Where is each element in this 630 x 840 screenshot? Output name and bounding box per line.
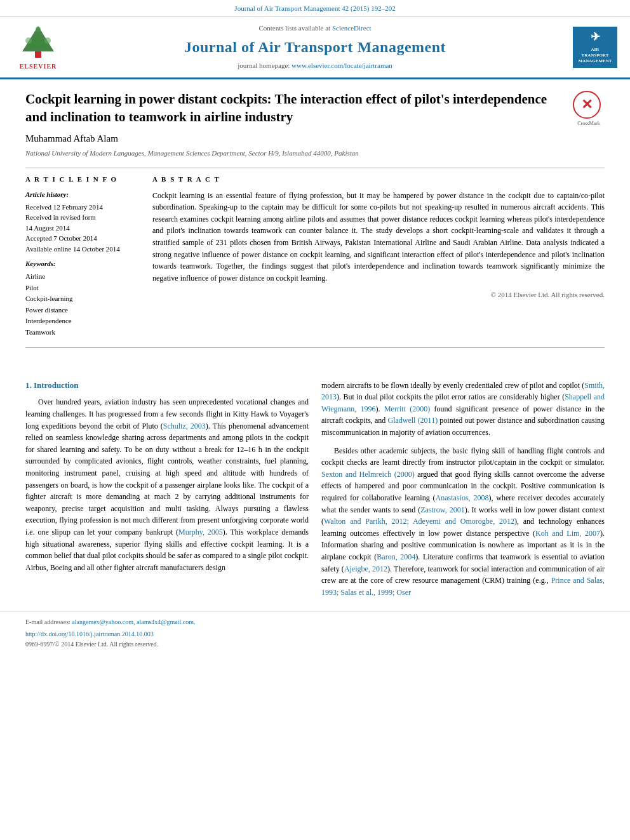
ref-merritt: Merritt (2000) bbox=[384, 404, 430, 413]
homepage-line: journal homepage: www.elsevier.com/locat… bbox=[70, 61, 560, 71]
accepted-date: Accepted 7 October 2014 bbox=[25, 233, 140, 244]
ref-gladwell: Gladwell (2011) bbox=[387, 416, 438, 425]
top-bar: Journal of Air Transport Management 42 (… bbox=[0, 0, 630, 17]
homepage-link[interactable]: www.elsevier.com/locate/jairtraman bbox=[292, 62, 392, 69]
abstract-text: Cockpit learning is an essential feature… bbox=[152, 190, 605, 284]
journal-logo-box: ✈ AIRTRANSPORTMANAGEMENT bbox=[573, 27, 617, 68]
logo-text: AIRTRANSPORTMANAGEMENT bbox=[579, 47, 612, 64]
right-column: modern aircrafts to be flown ideally by … bbox=[321, 380, 605, 605]
ref-shappell: Shappell and Wiegmann, 1996 bbox=[321, 392, 605, 413]
keywords-list: Airline Pilot Cockpit-learning Power dis… bbox=[25, 271, 140, 338]
header-center: Contents lists available at ScienceDirec… bbox=[70, 23, 560, 71]
available-date: Available online 14 October 2014 bbox=[25, 244, 140, 255]
elsevier-label: ELSEVIER bbox=[20, 62, 57, 72]
journal-logo-area: ✈ AIRTRANSPORTMANAGEMENT bbox=[566, 27, 617, 68]
footer-email: E-mail addresses: alangemex@yahoo.com, a… bbox=[25, 618, 605, 627]
keywords-label: Keywords: bbox=[25, 259, 140, 269]
intro-para-2: modern aircrafts to be flown ideally by … bbox=[321, 380, 605, 439]
ref-schultz: Schultz, 2003 bbox=[163, 422, 206, 430]
author-name: Muhammad Aftab Alam bbox=[25, 132, 605, 146]
svg-point-4 bbox=[44, 37, 51, 44]
abstract-col: A B S T R A C T Cockpit learning is an e… bbox=[152, 175, 605, 338]
keyword-3: Cockpit-learning bbox=[25, 293, 140, 305]
received-date: Received 12 February 2014 bbox=[25, 202, 140, 213]
article-footer: E-mail addresses: alangemex@yahoo.com, a… bbox=[0, 611, 630, 655]
footer-email-addresses: alangemex@yahoo.com, alams4x4@gmail.com. bbox=[72, 618, 195, 625]
history-label: Article history: bbox=[25, 190, 140, 200]
divider-2 bbox=[25, 347, 605, 348]
journal-reference: Journal of Air Transport Management 42 (… bbox=[234, 4, 395, 12]
left-column: 1. Introduction Over hundred years, avia… bbox=[25, 380, 309, 605]
ref-sexton: Sexton and Helmreich (2000) bbox=[321, 470, 415, 479]
sciencedirect-line: Contents lists available at ScienceDirec… bbox=[70, 23, 560, 34]
keyword-6: Teamwork bbox=[25, 327, 140, 338]
keyword-4: Power distance bbox=[25, 305, 140, 316]
ref-baron: Baron, 2004 bbox=[377, 552, 415, 561]
elsevier-logo-area: ELSEVIER bbox=[13, 23, 64, 72]
article-title: Cockpit learning in power distant cockpi… bbox=[25, 91, 605, 126]
ref-murphy: Murphy, 2005 bbox=[178, 528, 223, 537]
journal-header: ELSEVIER Contents lists available at Sci… bbox=[0, 17, 630, 80]
journal-title: Journal of Air Transport Management bbox=[70, 36, 560, 58]
revised-date: 14 August 2014 bbox=[25, 223, 140, 234]
sciencedirect-link[interactable]: ScienceDirect bbox=[332, 24, 372, 32]
ref-smith: Smith, 2013 bbox=[321, 381, 605, 402]
plane-icon: ✈ bbox=[591, 30, 600, 44]
keyword-1: Airline bbox=[25, 271, 140, 283]
intro-para-1: Over hundred years, aviation industry ha… bbox=[25, 396, 309, 573]
article-info-title: A R T I C L E I N F O bbox=[25, 175, 140, 185]
crossmark-icon: ✕ bbox=[573, 91, 601, 119]
intro-para-3: Besides other academic subjects, the bas… bbox=[321, 445, 605, 599]
keyword-5: Interdependence bbox=[25, 316, 140, 327]
svg-rect-0 bbox=[35, 51, 41, 58]
svg-point-3 bbox=[25, 37, 32, 44]
ref-zastrow: Zastrow, 2001 bbox=[420, 505, 464, 514]
elsevier-tree-icon bbox=[16, 23, 60, 61]
svg-point-5 bbox=[36, 27, 41, 32]
divider-1 bbox=[25, 168, 605, 168]
main-body: 1. Introduction Over hundred years, avia… bbox=[0, 380, 630, 605]
footer-doi[interactable]: http://dx.doi.org/10.1016/j.jairtraman.2… bbox=[25, 630, 605, 639]
info-abstract-row: A R T I C L E I N F O Article history: R… bbox=[25, 175, 605, 338]
author-affiliation: National University of Modern Languages,… bbox=[25, 149, 605, 159]
ref-walton: Walton and Parikh, 2012; Adeyemi and Omo… bbox=[324, 517, 514, 526]
abstract-title: A B S T R A C T bbox=[152, 175, 605, 185]
ref-prince: Prince and Salas, 1993; Salas et al., 19… bbox=[321, 576, 605, 597]
article-content: Cockpit learning in power distant cockpi… bbox=[0, 79, 630, 366]
footer-issn: 0969-6997/© 2014 Elsevier Ltd. All right… bbox=[25, 640, 605, 650]
copyright-line: © 2014 Elsevier Ltd. All rights reserved… bbox=[152, 290, 605, 300]
article-info-col: A R T I C L E I N F O Article history: R… bbox=[25, 175, 140, 338]
ref-koh: Koh and Lim, 2007 bbox=[535, 529, 600, 538]
section-1-heading: 1. Introduction bbox=[25, 380, 309, 392]
ref-ajeigbe: Ajeigbe, 2012 bbox=[344, 564, 387, 573]
revised-label: Received in revised form bbox=[25, 212, 140, 223]
page: Journal of Air Transport Management 42 (… bbox=[0, 0, 630, 840]
keyword-2: Pilot bbox=[25, 283, 140, 294]
crossmark-badge: ✕ CrossMark bbox=[573, 91, 605, 123]
ref-anastasios: Anastasios, 2008 bbox=[436, 493, 489, 502]
